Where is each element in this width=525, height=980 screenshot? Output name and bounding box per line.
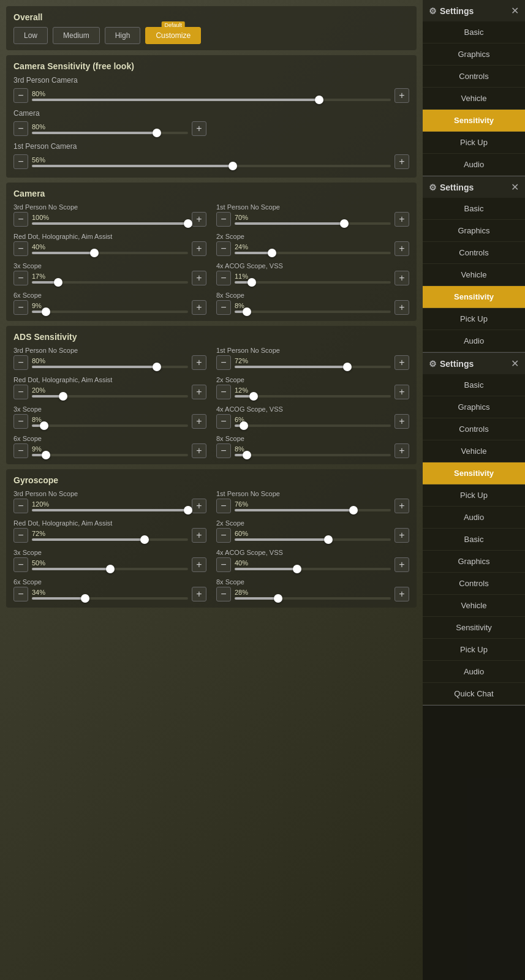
3rd-camera-track[interactable] [32, 99, 391, 101]
menu-basic-3a[interactable]: Basic [423, 374, 525, 396]
gyro-5-plus[interactable]: + [395, 557, 409, 572]
gyro-7-minus[interactable]: − [216, 587, 231, 601]
menu-sensitivity-2[interactable]: Sensitivity [423, 286, 525, 308]
menu-controls-3a[interactable]: Controls [423, 418, 525, 440]
menu-audio-1[interactable]: Audio [423, 154, 525, 176]
close-btn-1[interactable]: ✕ [511, 5, 519, 17]
camera-6-minus[interactable]: − [13, 300, 28, 315]
gyro-4-plus[interactable]: + [192, 557, 206, 572]
close-btn-2[interactable]: ✕ [511, 181, 519, 193]
ads-5-minus[interactable]: − [216, 414, 231, 429]
settings-title-3: ⚙ Settings [429, 359, 474, 369]
ads-3-minus[interactable]: − [216, 385, 231, 399]
gyro-3-plus[interactable]: + [395, 528, 409, 543]
menu-vehicle-2[interactable]: Vehicle [423, 264, 525, 286]
settings-panel-2: ⚙ Settings ✕ Basic Graphics Controls Veh… [423, 176, 525, 353]
ads-5-plus[interactable]: + [395, 414, 409, 429]
camera-2-minus[interactable]: − [13, 241, 28, 256]
ads-7-minus[interactable]: − [216, 443, 231, 458]
menu-quickchat-3[interactable]: Quick Chat [423, 683, 525, 705]
menu-audio-2[interactable]: Audio [423, 330, 525, 352]
menu-audio-3[interactable]: Audio [423, 507, 525, 529]
camera-7-plus[interactable]: + [395, 300, 409, 315]
3rd-person-camera-control: − 80% + [13, 88, 409, 103]
camera-3-minus[interactable]: − [216, 241, 231, 256]
menu-controls-1[interactable]: Controls [423, 66, 525, 88]
ads-6-minus[interactable]: − [13, 443, 28, 458]
ads-4-minus[interactable]: − [13, 414, 28, 429]
ads-3-plus[interactable]: + [395, 385, 409, 399]
camera-3-plus[interactable]: + [395, 241, 409, 256]
gyro-7-plus[interactable]: + [395, 587, 409, 601]
camera-1-plus[interactable]: + [395, 212, 409, 227]
ads-7-plus[interactable]: + [395, 443, 409, 458]
menu-graphics-3b[interactable]: Graphics [423, 551, 525, 573]
camera-0-minus[interactable]: − [13, 212, 28, 227]
menu-sensitivity-3[interactable]: Sensitivity [423, 462, 525, 484]
menu-controls-3b[interactable]: Controls [423, 573, 525, 595]
camera-minus[interactable]: − [13, 121, 28, 136]
menu-pickup-3[interactable]: Pick Up [423, 484, 525, 507]
menu-controls-2[interactable]: Controls [423, 242, 525, 264]
gyro-1-minus[interactable]: − [216, 499, 231, 513]
gyro-6-minus[interactable]: − [13, 587, 28, 601]
ads-2-plus[interactable]: + [192, 385, 206, 399]
camera-7-minus[interactable]: − [216, 300, 231, 315]
camera-0-plus[interactable]: + [192, 212, 206, 227]
1st-camera-plus[interactable]: + [395, 154, 409, 169]
ads-4-plus[interactable]: + [192, 414, 206, 429]
ads-1-minus[interactable]: − [216, 355, 231, 370]
gyro-4-minus[interactable]: − [13, 557, 28, 572]
menu-basic-2[interactable]: Basic [423, 198, 525, 220]
menu-sensitivity-1[interactable]: Sensitivity [423, 110, 525, 132]
menu-graphics-3a[interactable]: Graphics [423, 396, 525, 418]
menu-pickup-3b[interactable]: Pick Up [423, 639, 525, 661]
menu-graphics-2[interactable]: Graphics [423, 220, 525, 242]
preset-low[interactable]: Low [13, 27, 48, 44]
menu-sensitivity-3b[interactable]: Sensitivity [423, 617, 525, 639]
1st-camera-track[interactable] [32, 165, 391, 167]
ads-section: ADS Sensitivity 3rd Person No Scope − 80… [6, 326, 417, 464]
3rd-camera-minus[interactable]: − [13, 88, 28, 103]
preset-medium[interactable]: Medium [53, 27, 100, 44]
menu-pickup-2[interactable]: Pick Up [423, 308, 525, 330]
ads-6-plus[interactable]: + [192, 443, 206, 458]
menu-basic-3b[interactable]: Basic [423, 529, 525, 551]
camera-6-plus[interactable]: + [192, 300, 206, 315]
camera-4-plus[interactable]: + [192, 271, 206, 285]
menu-basic-1[interactable]: Basic [423, 21, 525, 43]
menu-vehicle-1[interactable]: Vehicle [423, 88, 525, 110]
gyro-5-minus[interactable]: − [216, 557, 231, 572]
preset-customize[interactable]: Default Customize [145, 27, 201, 44]
menu-pickup-1[interactable]: Pick Up [423, 132, 525, 154]
ads-1-plus[interactable]: + [395, 355, 409, 370]
ads-0-plus[interactable]: + [192, 355, 206, 370]
1st-camera-minus[interactable]: − [13, 154, 28, 169]
ads-2-minus[interactable]: − [13, 385, 28, 399]
gyro-2-minus[interactable]: − [13, 528, 28, 543]
camera-1-minus[interactable]: − [216, 212, 231, 227]
gyro-1-plus[interactable]: + [395, 499, 409, 513]
camera-5-minus[interactable]: − [216, 271, 231, 285]
ads-0-minus[interactable]: − [13, 355, 28, 370]
gyroscope-section: Gyroscope 3rd Person No Scope − 120% + 1… [6, 469, 417, 608]
preset-high[interactable]: High [105, 27, 141, 44]
gyro-3-minus[interactable]: − [216, 528, 231, 543]
camera-freelook-title: Camera Sensitivity (free look) [13, 61, 409, 71]
gyro-2-plus[interactable]: + [192, 528, 206, 543]
camera-slider-4: 3x Scope − 17% + [13, 262, 206, 285]
gyro-0-plus[interactable]: + [192, 499, 206, 513]
camera-2-plus[interactable]: + [192, 241, 206, 256]
camera-track[interactable] [32, 132, 188, 134]
camera-5-plus[interactable]: + [395, 271, 409, 285]
menu-audio-3b[interactable]: Audio [423, 661, 525, 683]
camera-4-minus[interactable]: − [13, 271, 28, 285]
menu-graphics-1[interactable]: Graphics [423, 43, 525, 66]
close-btn-3[interactable]: ✕ [511, 358, 519, 369]
menu-vehicle-3b[interactable]: Vehicle [423, 595, 525, 617]
gyro-6-plus[interactable]: + [192, 587, 206, 601]
gyro-0-minus[interactable]: − [13, 499, 28, 513]
menu-vehicle-3a[interactable]: Vehicle [423, 440, 525, 462]
3rd-camera-plus[interactable]: + [395, 88, 409, 103]
camera-plus[interactable]: + [192, 121, 206, 136]
